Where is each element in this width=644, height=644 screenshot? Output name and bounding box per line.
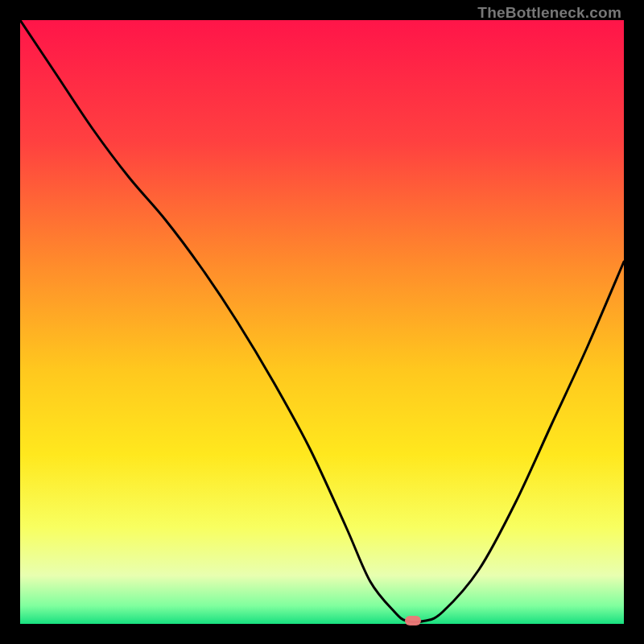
chart-frame: TheBottleneck.com [0, 0, 644, 644]
optimal-point-marker [405, 616, 421, 625]
bottleneck-curve [20, 20, 624, 624]
watermark-text: TheBottleneck.com [477, 4, 621, 22]
plot-area [20, 20, 624, 624]
